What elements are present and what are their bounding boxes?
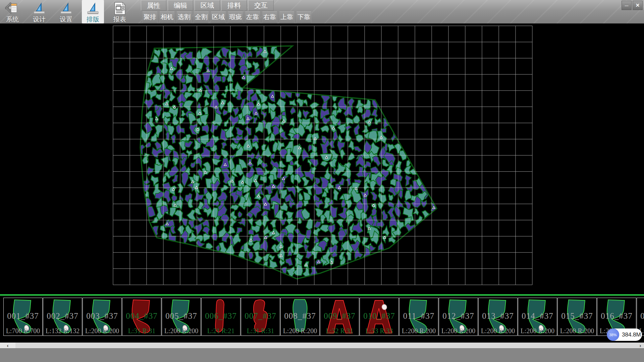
part-lr-count: L:200 R:200: [479, 327, 517, 335]
menu-tab-label: 属性: [147, 1, 160, 10]
part-lr-count: L:31 R:31: [241, 327, 280, 335]
action-button[interactable]: 右靠: [262, 11, 277, 23]
part-cell[interactable]: 003_#37 L:200 R:200: [83, 298, 122, 336]
system-gear-icon: [5, 1, 20, 16]
part-id-label: 005_#37: [162, 311, 201, 321]
action-button-label: 左靠: [246, 13, 259, 21]
part-cell[interactable]: 006_#37 L:21 R:21: [201, 298, 240, 336]
action-button-label: 选割: [178, 13, 191, 21]
nesting-triangle-ruler-icon: [86, 1, 100, 16]
action-button[interactable]: 选割: [176, 11, 192, 23]
action-button-label: 上靠: [280, 13, 293, 21]
menu-tab[interactable]: 排料: [221, 0, 247, 11]
part-id-label: 017_#37: [637, 311, 644, 321]
action-button[interactable]: 全割: [194, 11, 209, 23]
menu-tab[interactable]: 交互: [248, 0, 274, 11]
close-button[interactable]: ✕: [633, 1, 643, 10]
part-lr-count: L:32 R:31: [320, 327, 359, 335]
part-id-label: 008_#37: [281, 311, 319, 321]
part-cell[interactable]: 015_#37 L:200 R:200: [557, 298, 597, 336]
part-id-label: 002_#37: [43, 311, 82, 321]
mode-system-label: 系统: [6, 16, 19, 23]
main-mode-dock: 系统 设计 设置: [1, 0, 136, 23]
menu-tab[interactable]: 区域: [195, 0, 220, 11]
close-icon: ✕: [636, 2, 640, 8]
part-lr-count: L:200 R:200: [162, 327, 201, 335]
mode-settings-label: 设置: [60, 16, 72, 23]
scroll-right-icon: ›: [640, 343, 641, 348]
mode-report-button[interactable]: 报表: [109, 0, 131, 23]
menu-tab[interactable]: 属性: [141, 0, 166, 11]
horizontal-scrollbar[interactable]: ‹ ›: [0, 343, 644, 348]
usage-percent-value: 38%: [609, 333, 616, 337]
part-lr-count: L:200 R:200: [558, 327, 596, 335]
part-id-label: 006_#37: [202, 311, 240, 321]
action-button-label: 全割: [195, 13, 208, 21]
part-cell[interactable]: 011_#37 L:200 R:200: [399, 298, 438, 336]
part-cell[interactable]: 004_#37 L:31 R:31: [122, 298, 161, 336]
part-lr-count: L:132 R:132: [43, 327, 82, 335]
part-lr-count: L:21 R:21: [202, 327, 240, 335]
part-cell[interactable]: 012_#37 L:200 R:200: [439, 298, 478, 336]
part-id-label: 004_#37: [122, 311, 161, 321]
memory-value: 384.8M: [622, 331, 641, 338]
usage-percent-indicator: 38%: [607, 328, 619, 341]
part-cell[interactable]: 008_#37 L:200 R:200: [280, 298, 320, 336]
toolbar: 系统 设计 设置: [0, 0, 644, 23]
scroll-left-icon: ‹: [7, 343, 9, 348]
action-button[interactable]: 区域: [211, 11, 226, 23]
mode-design-button[interactable]: 设计: [28, 0, 50, 23]
part-id-label: 010_#37: [360, 311, 398, 321]
part-cell[interactable]: 009_#37 L:32 R:31: [320, 298, 359, 336]
part-cell[interactable]: 007_#37 L:31 R:31: [241, 298, 280, 336]
part-id-label: 014_#37: [518, 311, 557, 321]
action-button[interactable]: 相机: [159, 11, 175, 23]
window-controls: ─ ✕: [621, 1, 643, 10]
action-button-label: 右靠: [263, 13, 276, 21]
mode-nesting-button-active[interactable]: 排版: [82, 0, 104, 23]
scroll-left-button[interactable]: ‹: [0, 343, 15, 348]
part-cell[interactable]: 013_#37 L:200 R:200: [478, 298, 518, 336]
nesting-canvas[interactable]: [0, 23, 644, 294]
action-button-label: 区域: [212, 13, 225, 21]
menu-tab[interactable]: 编辑: [168, 0, 193, 11]
part-lr-count: L:200 R:200: [518, 327, 557, 335]
part-cell[interactable]: 002_#37 L:132 R:132: [43, 298, 82, 336]
mode-settings-button[interactable]: 设置: [55, 0, 77, 23]
part-lr-count: L:200 R:200: [83, 327, 121, 335]
action-button-row: 聚排 相机 选割 全割 区域 瑕疵: [142, 11, 313, 23]
part-lr-count: L:200 R:200: [399, 327, 438, 335]
action-button[interactable]: 上靠: [279, 11, 294, 23]
part-id-label: 015_#37: [558, 311, 596, 321]
part-cell[interactable]: 014_#37 L:200 R:200: [518, 298, 557, 336]
action-button[interactable]: 瑕疵: [228, 11, 243, 23]
minimize-icon: ─: [625, 3, 629, 8]
menu-tab-row: 属性 编辑 区域 排料 交互: [141, 0, 275, 11]
mode-system-button[interactable]: 系统: [1, 0, 23, 23]
part-cell[interactable]: 010_#37 L:33 R:33: [360, 298, 399, 336]
mode-report-label: 报表: [113, 16, 126, 23]
strip-divider-line: [0, 294, 644, 296]
part-id-label: 009_#37: [320, 311, 359, 321]
part-id-label: 013_#37: [479, 311, 517, 321]
action-button[interactable]: 聚排: [142, 11, 158, 23]
part-lr-count: L:200 R:200: [281, 327, 319, 335]
mode-design-label: 设计: [33, 16, 46, 23]
part-cell[interactable]: 001_#37 L:700 R:700: [3, 298, 43, 336]
part-id-label: 003_#37: [83, 311, 121, 321]
action-button[interactable]: 左靠: [245, 11, 260, 23]
part-cell[interactable]: 005_#37 L:200 R:200: [162, 298, 201, 336]
scroll-right-button[interactable]: ›: [637, 343, 644, 348]
action-button-label: 瑕疵: [229, 13, 242, 21]
menu-tab-label: 排料: [227, 1, 241, 10]
nesting-app-window: 系统 设计 设置: [0, 0, 644, 362]
minimize-button[interactable]: ─: [622, 1, 632, 10]
nested-hide-drawing: [0, 23, 644, 294]
part-lr-count: L:33 R:33: [360, 327, 398, 335]
memory-usage-badge: 38% 384.8M: [607, 328, 642, 341]
parts-cells: 001_#37 L:700 R:700 002_#37 L:132 R:132 …: [3, 298, 644, 336]
action-button-label: 聚排: [144, 13, 156, 21]
report-document-icon: [112, 1, 127, 16]
part-id-label: 011_#37: [399, 311, 438, 321]
action-button[interactable]: 下靠: [296, 11, 312, 23]
